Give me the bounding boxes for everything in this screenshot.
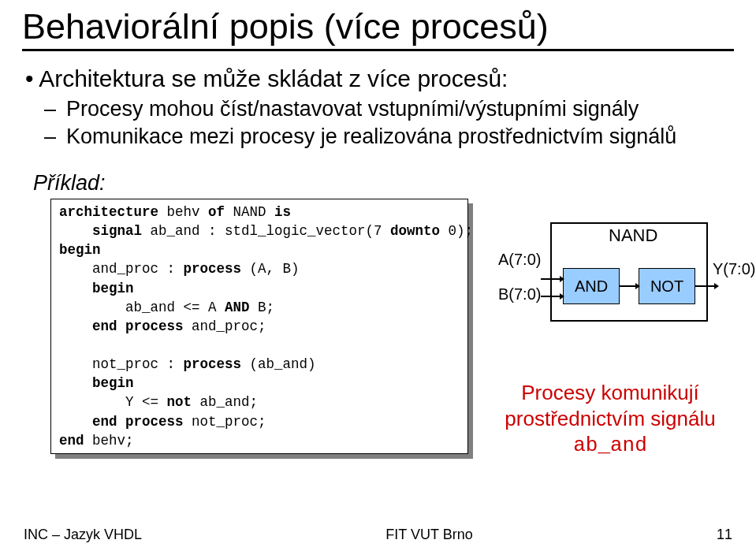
footer-center: FIT VUT Brno [385,527,472,543]
footer-right: 11 [717,527,732,543]
title-rule [22,49,734,51]
svg-marker-1 [560,276,564,282]
wire-y [695,283,719,291]
svg-marker-7 [714,283,719,289]
footer: INC – Jazyk VHDL FIT VUT Brno 11 [0,527,756,543]
nand-label: NAND [609,225,657,246]
wire-a [541,276,564,284]
code-block: architecture behv of NAND is signal ab_a… [50,199,468,454]
wire-b [541,293,564,301]
bullet-sub-1: Procesy mohou číst/nastavovat vstupními/… [66,97,734,121]
not-gate: NOT [639,268,695,304]
signal-a-label: A(7:0) [498,251,541,269]
bullet-main: Architektura se může skládat z více proc… [25,65,734,92]
page-title: Behaviorální popis (více procesů) [22,6,734,47]
bullet-sub-2: Komunikace mezi procesy je realizována p… [66,125,734,149]
process-comm-text: Procesy komunikují prostřednictvím signá… [492,380,728,459]
wire-and-to-not [620,283,640,291]
svg-marker-3 [560,293,564,300]
example-label: Příklad: [33,171,734,195]
svg-marker-5 [635,283,640,289]
signal-b-label: B(7:0) [498,285,541,303]
footer-left: INC – Jazyk VHDL [24,527,142,543]
nand-diagram: NAND AND NOT A(7:0) B(7:0) Y(7:0) [492,218,738,336]
signal-y-label: Y(7:0) [713,260,755,278]
and-gate: AND [563,268,620,304]
